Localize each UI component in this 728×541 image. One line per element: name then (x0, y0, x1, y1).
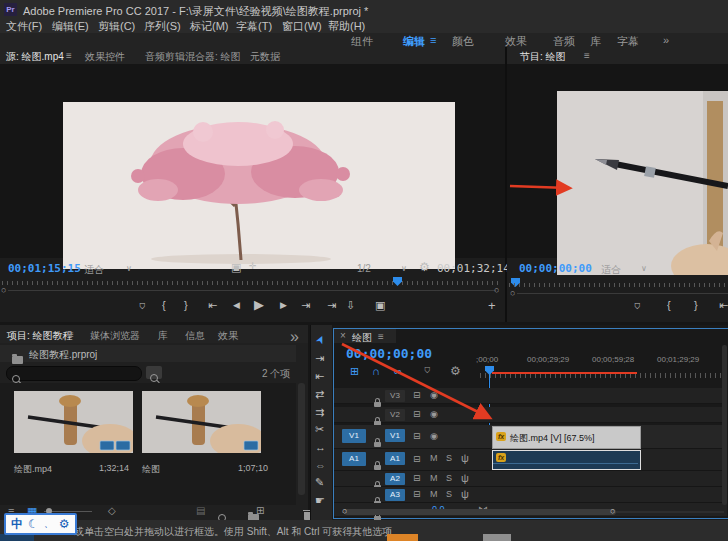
ripple-edit-tool-icon[interactable]: ⇤ (315, 371, 324, 382)
source-panel-menu-icon[interactable]: ≡ (66, 50, 72, 61)
program-scrollbar[interactable] (517, 293, 728, 294)
menu-sequence[interactable]: 序列(S) (144, 19, 181, 34)
track-target-a3[interactable]: A3 (385, 489, 405, 501)
export-frame-icon[interactable]: ▣ (375, 300, 385, 311)
voiceover-mic-icon[interactable]: ψ (461, 452, 469, 464)
timeline-timecode[interactable]: 00;00;00;00 (346, 346, 432, 361)
mark-in-icon[interactable]: { (162, 300, 166, 311)
program-timecode[interactable]: 00;00;00;00 (519, 262, 592, 275)
overwrite-icon[interactable]: ⇩ (346, 300, 355, 311)
pen-tool-icon[interactable]: ✎ (315, 477, 324, 488)
scrollbar-handle-right-icon[interactable]: ○ (610, 506, 615, 516)
voiceover-mic-icon[interactable]: ψ (461, 488, 469, 500)
track-target-a1[interactable]: A1 (385, 452, 405, 465)
source-scroll-handle-right-icon[interactable]: ○ (494, 285, 499, 295)
track-lock-icon[interactable] (374, 465, 381, 470)
tab-info[interactable]: 信息 (185, 329, 205, 343)
timeline-tab-menu-icon[interactable]: ≡ (378, 331, 384, 342)
mute-button[interactable]: M (430, 453, 438, 463)
source-resolution-chevron-icon[interactable]: ∨ (401, 264, 407, 273)
menu-title[interactable]: 字幕(T) (236, 19, 272, 34)
project-overflow-icon[interactable]: » (290, 328, 299, 346)
mute-button[interactable]: M (430, 489, 438, 499)
search-bins-button[interactable] (146, 366, 162, 379)
compare-view-icon[interactable]: ✛ (249, 262, 257, 271)
add-marker-icon[interactable]: ⌂ (139, 301, 146, 312)
scrollbar-handle-left-icon[interactable]: ○ (342, 506, 347, 516)
tab-effect-controls[interactable]: 效果控件 (85, 50, 125, 64)
workspace-overflow-icon[interactable]: » (663, 34, 669, 46)
timeline-settings-wrench-icon[interactable]: ⚙ (450, 364, 461, 378)
track-output-eye-icon[interactable]: ◉ (430, 431, 438, 441)
sync-lock-icon[interactable]: ⊟ (413, 489, 421, 499)
selection-tool-icon[interactable]: ➤ (313, 333, 329, 347)
new-item-icon[interactable]: ⊞ (256, 505, 264, 516)
automate-to-sequence-icon[interactable]: ▤ (196, 505, 205, 516)
menu-help[interactable]: 帮助(H) (328, 19, 365, 34)
clip-fx-badge[interactable]: fx (496, 432, 506, 441)
track-target-v1[interactable]: V1 (385, 429, 405, 442)
timeline-v-scrollbar[interactable] (722, 345, 727, 505)
safe-margins-icon[interactable]: ▣ (231, 262, 241, 273)
tab-metadata[interactable]: 元数据 (250, 50, 280, 64)
program-go-to-in-icon[interactable]: ⇤ (719, 300, 728, 311)
source-settings-wrench-icon[interactable]: ⚙ (419, 261, 430, 273)
solo-button[interactable]: S (446, 489, 452, 499)
scrollbar-bar[interactable] (344, 509, 616, 515)
track-lock-icon[interactable] (374, 442, 381, 447)
hand-tool-icon[interactable]: ☛ (315, 495, 325, 506)
ime-moon-icon[interactable]: ☾ (28, 518, 39, 530)
ime-punctuation-icon[interactable]: 、 (44, 519, 54, 529)
sync-lock-icon[interactable]: ⊟ (413, 454, 421, 464)
tab-libraries[interactable]: 库 (158, 329, 168, 343)
source-ruler[interactable] (2, 281, 502, 285)
solo-button[interactable]: S (446, 453, 452, 463)
linked-selection-icon[interactable]: ∞ (394, 365, 402, 377)
step-back-icon[interactable]: ◀ (233, 301, 240, 310)
go-to-in-icon[interactable]: ⇤ (208, 300, 217, 311)
tab-project[interactable]: 项目: 绘图教程 (7, 329, 73, 346)
slip-tool-icon[interactable]: ↔ (315, 442, 326, 453)
program-panel-menu-icon[interactable]: ≡ (584, 50, 590, 61)
clip-thumbnail-2[interactable] (142, 391, 261, 453)
menu-edit[interactable]: 编辑(E) (52, 19, 89, 34)
menu-file[interactable]: 文件(F) (6, 19, 42, 34)
timeline-add-marker-icon[interactable]: ⌂ (424, 365, 431, 377)
track-output-eye-icon[interactable]: ◉ (430, 409, 438, 419)
timeline-ruler[interactable] (480, 373, 726, 378)
program-add-marker-icon[interactable]: ⌂ (634, 301, 641, 312)
tab-media-browser[interactable]: 媒体浏览器 (90, 329, 140, 343)
sync-lock-icon[interactable]: ⊟ (413, 390, 421, 400)
timeline-audio-clip[interactable]: fx (492, 450, 641, 470)
source-scrollbar[interactable] (8, 290, 496, 291)
timeline-tab[interactable]: × 绘图 ≡ (334, 329, 396, 343)
menu-marker[interactable]: 标记(M) (190, 19, 229, 34)
source-patch-a1[interactable]: A1 (342, 452, 366, 466)
sync-lock-icon[interactable]: ⊟ (413, 431, 421, 441)
insert-icon[interactable]: ⇥ (327, 300, 336, 311)
source-scroll-handle-left-icon[interactable]: ○ (1, 285, 6, 295)
menu-window[interactable]: 窗口(W) (282, 19, 322, 34)
sync-lock-icon[interactable]: ⊟ (413, 409, 421, 419)
ime-toolbar[interactable]: 中 ☾ 、 ⚙ (4, 513, 77, 535)
solo-button[interactable]: S (446, 473, 452, 483)
clip-name[interactable]: 绘图.mp4 (14, 463, 52, 476)
track-target-v3[interactable]: V3 (385, 390, 405, 402)
sync-lock-icon[interactable]: ⊟ (413, 473, 421, 483)
snap-magnet-icon[interactable]: ∩ (372, 365, 380, 377)
source-fit-select[interactable]: 适合 (84, 263, 104, 277)
track-select-forward-tool-icon[interactable]: ⇥ (315, 353, 324, 364)
menu-clip[interactable]: 剪辑(C) (98, 19, 135, 34)
project-bin-row[interactable]: 绘图教程.prproj (0, 345, 296, 362)
voiceover-mic-icon[interactable]: ψ (461, 472, 469, 484)
ime-language-button[interactable]: 中 (11, 518, 23, 530)
track-target-a2[interactable]: A2 (385, 473, 405, 485)
clip-thumbnail-1[interactable] (14, 391, 133, 453)
source-patch-v1[interactable]: V1 (342, 429, 366, 443)
timeline-tab-label[interactable]: 绘图 (352, 331, 372, 345)
workspace-menu-icon[interactable]: ≡ (430, 34, 436, 46)
program-fit-select[interactable]: 适合 (601, 263, 621, 277)
nest-insert-toggle-icon[interactable]: ⊞ (350, 365, 359, 378)
track-output-eye-icon[interactable]: ◉ (430, 390, 438, 400)
rate-stretch-tool-icon[interactable]: ⇉ (315, 407, 324, 418)
